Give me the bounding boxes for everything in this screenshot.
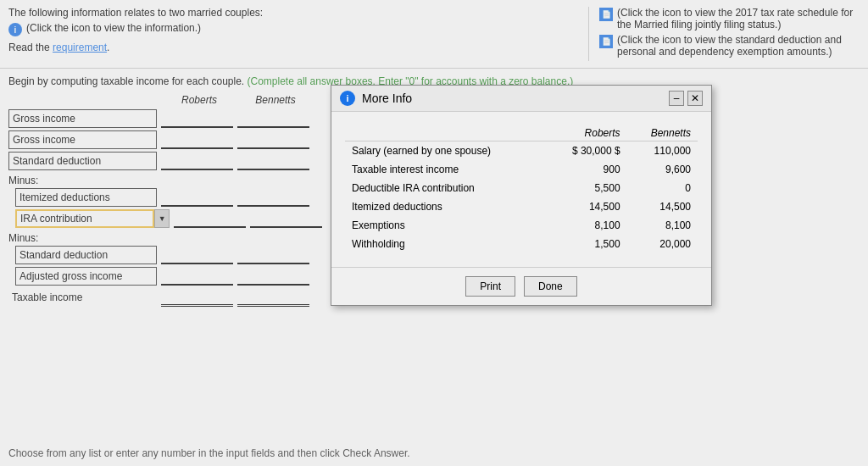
modal-row-bennetts: 14,500 [627,197,698,216]
modal-table-row: Exemptions8,1008,100 [345,216,698,235]
modal-info-icon: i [340,91,355,106]
modal-table-row: Itemized deductions14,50014,500 [345,197,698,216]
modal-col-header-label [345,125,546,141]
modal-minimize-button[interactable]: – [669,91,684,106]
modal-row-roberts: 1,500 [546,235,627,253]
modal-col-header-roberts: Roberts [546,125,627,141]
modal-row-bennetts: 8,100 [627,216,698,235]
modal-table-row: Salary (earned by one spouse)$ 30,000 $1… [345,141,698,161]
modal-row-label: Deductible IRA contribution [345,179,546,197]
modal-row-roberts: 5,500 [546,179,627,197]
modal-row-label: Withholding [345,235,546,253]
modal-table-row: Deductible IRA contribution5,5000 [345,179,698,197]
modal-row-bennetts: 110,000 [627,141,698,161]
modal-table-header-row: Roberts Bennetts [345,125,698,141]
modal-row-roberts: 8,100 [546,216,627,235]
modal-footer: Print Done [331,267,711,305]
modal-row-label: Exemptions [345,216,546,235]
modal-row-label: Taxable interest income [345,160,546,179]
modal-titlebar: i More Info – ✕ [331,86,711,112]
modal-row-bennetts: 9,600 [627,160,698,179]
modal-controls: – ✕ [669,91,703,106]
modal-row-bennetts: 0 [627,179,698,197]
modal-table-row: Taxable interest income9009,600 [345,160,698,179]
modal-row-bennetts: 20,000 [627,235,698,253]
more-info-modal: i More Info – ✕ Roberts Bennetts Salary … [331,85,712,306]
modal-row-label: Itemized deductions [345,197,546,216]
modal-row-roberts: $ 30,000 $ [546,141,627,161]
modal-body: Roberts Bennetts Salary (earned by one s… [331,112,711,267]
modal-row-roberts: 900 [546,160,627,179]
modal-title: More Info [362,92,669,105]
modal-table-row: Withholding1,50020,000 [345,235,698,253]
modal-table: Roberts Bennetts Salary (earned by one s… [345,125,698,253]
modal-col-header-bennetts: Bennetts [627,125,698,141]
done-button[interactable]: Done [524,276,577,297]
modal-close-button[interactable]: ✕ [687,91,703,106]
print-button[interactable]: Print [465,276,515,297]
modal-row-roberts: 14,500 [546,197,627,216]
modal-row-label: Salary (earned by one spouse) [345,141,546,161]
